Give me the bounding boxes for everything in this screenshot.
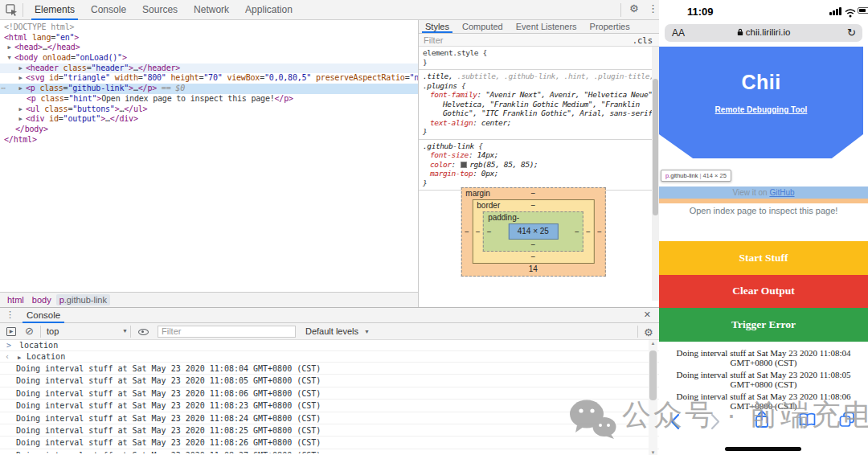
code-segment: Helvetica, "Franklin Gothic Medium", "Fr…: [443, 100, 640, 109]
subtitle-link[interactable]: Remote Debugging Tool: [659, 105, 863, 114]
css-rule[interactable]: .title, .subtitle, .github-link, .hint, …: [419, 70, 659, 140]
expand-arrow-icon[interactable]: ▶: [15, 105, 26, 115]
expand-arrow-icon[interactable]: ▶: [15, 114, 26, 125]
console-sidebar-toggle-icon[interactable]: ▶: [6, 327, 16, 336]
devtools-menu-icon[interactable]: ⋮: [648, 2, 658, 14]
dom-tree-node[interactable]: ▶<head>…</head>: [0, 43, 418, 53]
code-segment: Open index page to inspect this page!: [101, 94, 274, 103]
breadcrumb-item[interactable]: html: [4, 294, 27, 305]
expand-arrow-icon[interactable]: ▶: [15, 64, 26, 74]
console-log-row: Doing interval stuff at Sat May 23 2020 …: [0, 437, 659, 449]
console-input-echo[interactable]: >location: [0, 340, 659, 351]
tab-console[interactable]: Console: [83, 0, 134, 20]
styles-tab-properties[interactable]: Properties: [583, 20, 637, 33]
safari-toolbar: [659, 406, 868, 442]
breadcrumb-tag: html: [7, 295, 24, 305]
dom-tree-node[interactable]: ▶<ul class="buttons">…</ul>: [0, 105, 418, 115]
live-expression-eye-icon[interactable]: [138, 329, 149, 335]
github-link-prefix: View it on: [732, 188, 769, 197]
code-segment: :: [473, 118, 481, 127]
expand-arrow-icon[interactable]: ▶: [15, 84, 26, 94]
breadcrumb-item[interactable]: p.github-link: [56, 294, 110, 305]
clear-console-icon[interactable]: ⊘: [25, 325, 34, 337]
dom-tree-node[interactable]: <html lang="en">: [0, 33, 418, 43]
dom-tree-node[interactable]: <p class="hint">Open index page to inspe…: [0, 94, 418, 105]
drawer-menu-icon[interactable]: ⋮: [6, 309, 14, 320]
breadcrumb-item[interactable]: body: [29, 294, 55, 305]
cls-button[interactable]: .cls: [633, 35, 653, 45]
dom-tree-node[interactable]: ▼<body onload="onLoad()">: [0, 53, 418, 64]
header-triangle-shape: [659, 134, 863, 158]
code-segment: "buttons": [72, 105, 114, 113]
console-filter-input[interactable]: Filter: [158, 326, 296, 338]
address-field[interactable]: chii.liriliri.io: [665, 27, 862, 37]
console-context-selector[interactable]: top: [47, 323, 59, 340]
code-segment: </header>: [138, 64, 180, 72]
lock-icon: [737, 28, 743, 36]
tabs-icon[interactable]: [839, 412, 855, 431]
close-drawer-icon[interactable]: ✕: [644, 309, 651, 320]
bookmarks-icon[interactable]: [799, 412, 816, 430]
inspect-element-icon[interactable]: [4, 3, 18, 17]
code-segment: preserveAspectRatio: [316, 73, 405, 82]
css-rule[interactable]: element.style {}: [419, 47, 659, 70]
dom-tree-node[interactable]: ▶<div id="output">…</div>: [0, 114, 418, 125]
dom-tree-node[interactable]: <!DOCTYPE html>: [0, 23, 418, 33]
console-result-row[interactable]: ‹▶Location: [0, 351, 659, 363]
safari-url-bar[interactable]: AA chii.liriliri.io ↻: [665, 24, 862, 42]
dom-tree-node[interactable]: ▶<svg id="triangle" width="800" height="…: [0, 73, 418, 84]
output-log: Doing interval stuff at Sat May 23 2020 …: [659, 348, 868, 413]
refresh-icon[interactable]: ↻: [847, 27, 856, 39]
styles-tab-styles[interactable]: Styles: [419, 20, 456, 33]
styles-filter-input[interactable]: Filter: [424, 35, 443, 45]
expand-arrow-icon[interactable]: ▶: [15, 73, 26, 84]
styles-tab-computed[interactable]: Computed: [456, 20, 510, 33]
console-settings-gear-icon[interactable]: ⚙: [644, 325, 653, 342]
log-levels-dropdown[interactable]: Default levels ▼: [305, 323, 370, 340]
dom-tree-node[interactable]: ▶<header class="header">…</header>: [0, 64, 418, 74]
code-segment: .github-link: [423, 141, 474, 150]
tab-network[interactable]: Network: [186, 0, 237, 20]
console-tab[interactable]: Console: [19, 308, 68, 323]
home-indicator[interactable]: [725, 447, 801, 451]
border-label: border: [477, 200, 500, 211]
tab-sources[interactable]: Sources: [134, 0, 186, 20]
styles-scrollbar[interactable]: [652, 47, 659, 301]
expand-arrow-icon[interactable]: ▶: [4, 43, 14, 53]
dom-tree-node[interactable]: ⋯▶<p class="github-link">…</p> == $0: [0, 84, 418, 94]
tab-application[interactable]: Application: [237, 0, 301, 20]
console-scrollbar[interactable]: ▲ ▼: [649, 340, 657, 455]
code-segment: text-align: [430, 118, 473, 127]
forward-icon[interactable]: [710, 413, 720, 433]
styles-sidebar: StylesComputedEvent ListenersProperties …: [418, 20, 659, 307]
box-model-margin: margin − − border − −: [461, 187, 605, 277]
back-icon[interactable]: [670, 413, 680, 433]
clear-output-button[interactable]: Clear Output: [659, 275, 868, 309]
css-rule-line: margin-top: 0px;: [419, 169, 659, 178]
collapse-arrow-icon[interactable]: ▼: [4, 53, 14, 64]
expand-arrow-icon[interactable]: ▶: [18, 352, 21, 363]
page-header: Chii Remote Debugging Tool: [659, 47, 863, 134]
dom-tree-node[interactable]: </body>: [0, 125, 418, 135]
code-segment: class: [44, 105, 68, 113]
tab-elements[interactable]: Elements: [27, 0, 83, 20]
console-scrollbar-thumb[interactable]: [649, 350, 657, 400]
code-segment: "output": [63, 114, 101, 123]
padding-label: padding-: [488, 212, 519, 223]
page-title: Chii: [659, 71, 863, 94]
styles-scrollbar-thumb[interactable]: [653, 79, 658, 215]
scroll-down-icon[interactable]: ▼: [649, 450, 657, 455]
node-gutter-dots: ⋯: [1, 84, 5, 94]
trigger-error-button[interactable]: Trigger Error: [659, 308, 868, 342]
styles-tab-event-listeners[interactable]: Event Listeners: [510, 20, 583, 33]
css-rule[interactable]: .github-link {font-size: 14px;color: rgb…: [419, 140, 659, 191]
dom-tree-node[interactable]: </html>: [0, 135, 418, 146]
css-rule-line: font-family: "Avenir Next", Avenir, "Hel…: [419, 90, 659, 100]
github-link[interactable]: GitHub: [769, 188, 794, 197]
scroll-up-icon[interactable]: ▲: [649, 341, 657, 346]
box-model-diagram[interactable]: margin − − border − −: [461, 187, 605, 277]
start-stuff-button[interactable]: Start Stuff: [659, 241, 868, 275]
share-icon[interactable]: [754, 410, 770, 432]
settings-gear-icon[interactable]: ⚙: [629, 2, 639, 14]
code-segment: "en": [55, 33, 74, 42]
